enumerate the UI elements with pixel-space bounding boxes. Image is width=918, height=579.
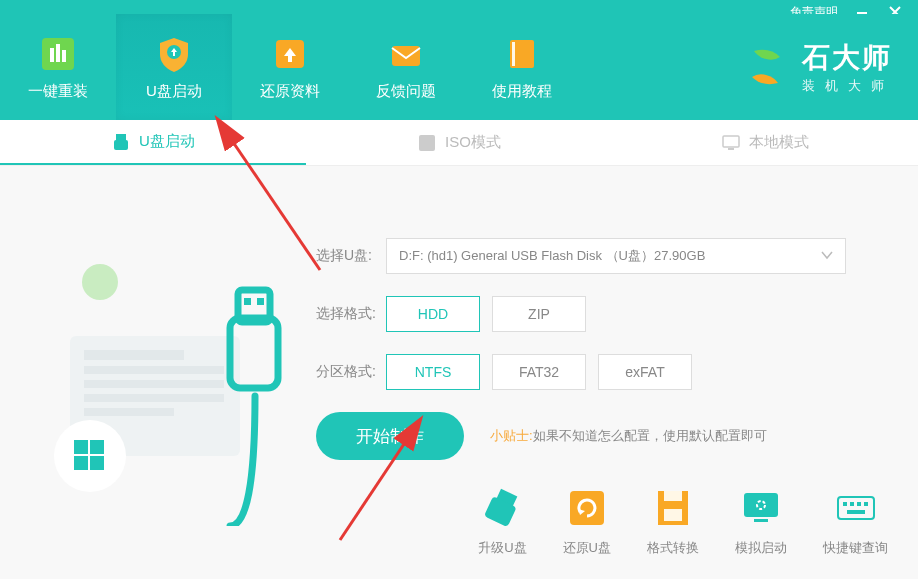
nav-one-click-reinstall[interactable]: 一键重装	[0, 14, 116, 120]
svg-rect-3	[56, 44, 60, 62]
bottom-label: 快捷键查询	[823, 539, 888, 557]
monitor-play-icon	[740, 487, 782, 529]
svg-rect-2	[50, 48, 54, 62]
floppy-icon	[652, 487, 694, 529]
svg-rect-22	[74, 440, 88, 454]
brand-subtitle: 装机大师	[802, 77, 894, 95]
restore-icon	[566, 487, 608, 529]
svg-rect-38	[754, 519, 768, 522]
svg-rect-29	[244, 298, 251, 305]
mode-tabs: U盘启动 ISO模式 本地模式	[0, 120, 918, 166]
bottom-label: 格式转换	[647, 539, 699, 557]
tab-label: ISO模式	[445, 133, 501, 152]
nav-usb-boot[interactable]: U盘启动	[116, 14, 232, 120]
brand: 石大师 装机大师	[742, 14, 894, 120]
tip-text: 小贴士:如果不知道怎么配置，使用默认配置即可	[490, 427, 767, 445]
brand-logo-icon	[742, 43, 790, 91]
svg-rect-24	[74, 456, 88, 470]
svg-rect-25	[90, 456, 104, 470]
tab-usb-boot[interactable]: U盘启动	[0, 120, 306, 165]
format-opt-zip[interactable]: ZIP	[492, 296, 586, 332]
svg-rect-11	[114, 140, 128, 150]
header: 一键重装 U盘启动 还原资料 反馈问题 使用教程	[0, 14, 918, 120]
disk-select-value: D:F: (hd1) General USB Flash Disk （U盘）27…	[399, 247, 705, 265]
svg-rect-45	[847, 510, 865, 514]
tab-iso-mode[interactable]: ISO模式	[306, 120, 612, 165]
brand-title: 石大师	[802, 39, 894, 77]
nav-label: 一键重装	[28, 82, 88, 101]
tab-label: U盘启动	[139, 132, 195, 151]
tab-label: 本地模式	[749, 133, 809, 152]
svg-rect-40	[838, 497, 874, 519]
tab-local-mode[interactable]: 本地模式	[612, 120, 918, 165]
bottom-simulate-boot[interactable]: 模拟启动	[735, 487, 787, 557]
bottom-convert-format[interactable]: 格式转换	[647, 487, 699, 557]
svg-point-26	[82, 264, 118, 300]
partition-label: 分区格式:	[316, 363, 386, 381]
nav-label: 反馈问题	[376, 82, 436, 101]
format-opt-hdd[interactable]: HDD	[386, 296, 480, 332]
envelope-icon	[386, 34, 426, 74]
svg-rect-16	[84, 350, 184, 360]
svg-rect-42	[850, 502, 854, 506]
partition-opt-exfat[interactable]: exFAT	[598, 354, 692, 390]
book-icon	[502, 34, 542, 74]
nav-label: U盘启动	[146, 82, 202, 101]
chevron-down-icon	[821, 249, 833, 264]
svg-rect-4	[62, 50, 66, 62]
format-label: 选择格式:	[316, 305, 386, 323]
partition-opt-fat32[interactable]: FAT32	[492, 354, 586, 390]
iso-icon	[417, 133, 437, 153]
svg-rect-19	[84, 394, 224, 402]
bottom-label: 还原U盘	[563, 539, 611, 557]
svg-rect-37	[744, 493, 778, 517]
svg-rect-17	[84, 366, 224, 374]
nav-feedback[interactable]: 反馈问题	[348, 14, 464, 120]
svg-rect-43	[857, 502, 861, 506]
svg-rect-14	[728, 148, 734, 150]
svg-rect-9	[512, 42, 515, 66]
usb-icon	[111, 132, 131, 152]
disk-select-label: 选择U盘:	[316, 247, 386, 265]
nav-tutorial[interactable]: 使用教程	[464, 14, 580, 120]
svg-rect-10	[116, 134, 126, 140]
bottom-label: 模拟启动	[735, 539, 787, 557]
svg-rect-20	[84, 408, 174, 416]
bar-chart-icon	[38, 34, 78, 74]
svg-rect-12	[419, 135, 435, 151]
svg-rect-7	[392, 46, 420, 66]
tip-label: 小贴士:	[490, 428, 533, 443]
nav-restore-data[interactable]: 还原资料	[232, 14, 348, 120]
disk-select[interactable]: D:F: (hd1) General USB Flash Disk （U盘）27…	[386, 238, 846, 274]
svg-rect-23	[90, 440, 104, 454]
bottom-restore-usb[interactable]: 还原U盘	[563, 487, 611, 557]
svg-rect-18	[84, 380, 224, 388]
start-create-button[interactable]: 开始制作	[316, 412, 464, 460]
usb-shield-icon	[154, 34, 194, 74]
svg-rect-33	[570, 491, 604, 525]
svg-rect-44	[864, 502, 868, 506]
svg-rect-35	[664, 491, 682, 501]
upload-box-icon	[270, 34, 310, 74]
bottom-upgrade-usb[interactable]: 升级U盘	[478, 487, 526, 557]
svg-rect-41	[843, 502, 847, 506]
partition-opt-ntfs[interactable]: NTFS	[386, 354, 480, 390]
usb-upgrade-icon	[481, 487, 523, 529]
svg-rect-13	[723, 136, 739, 147]
svg-rect-30	[257, 298, 264, 305]
bottom-hotkey-lookup[interactable]: 快捷键查询	[823, 487, 888, 557]
keyboard-icon	[835, 487, 877, 529]
monitor-icon	[721, 133, 741, 153]
usb-illustration	[30, 226, 280, 506]
nav-label: 使用教程	[492, 82, 552, 101]
bottom-label: 升级U盘	[478, 539, 526, 557]
svg-rect-36	[664, 509, 682, 521]
nav-label: 还原资料	[260, 82, 320, 101]
